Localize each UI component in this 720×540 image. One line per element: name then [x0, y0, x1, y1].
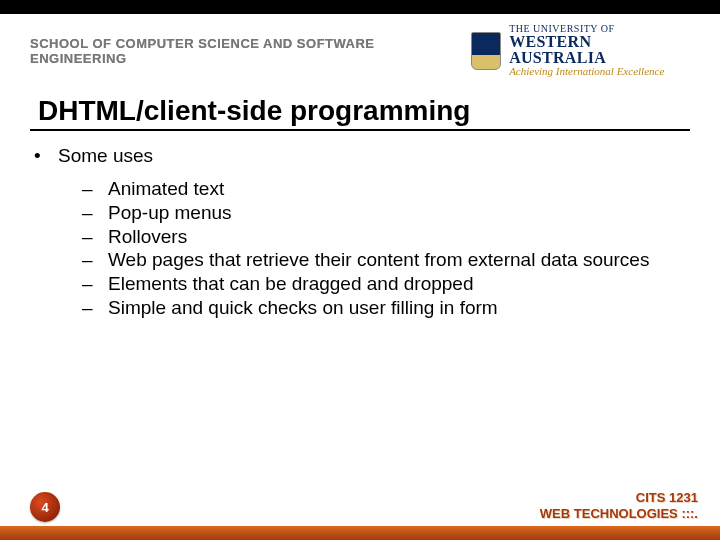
school-name: SCHOOL OF COMPUTER SCIENCE AND SOFTWARE … [30, 36, 471, 66]
top-accent-bar [0, 0, 720, 14]
title-container: DHTML/client-side programming [30, 95, 690, 131]
university-logo: THE UNIVERSITY OF WESTERN AUSTRALIA Achi… [471, 24, 690, 77]
slide-title: DHTML/client-side programming [38, 95, 690, 127]
sub-item-text: Animated text [108, 177, 224, 201]
dash-icon: – [82, 177, 96, 201]
list-item: – Simple and quick checks on user fillin… [82, 296, 670, 320]
university-text: THE UNIVERSITY OF WESTERN AUSTRALIA Achi… [509, 24, 690, 77]
uni-line2: WESTERN AUSTRALIA [509, 34, 690, 66]
sub-item-text: Elements that can be dragged and dropped [108, 272, 474, 296]
slide-number-badge: 4 [30, 492, 60, 522]
list-item: – Pop-up menus [82, 201, 670, 225]
dash-icon: – [82, 248, 96, 272]
list-item: – Rollovers [82, 225, 670, 249]
list-item: – Animated text [82, 177, 670, 201]
sub-item-text: Pop-up menus [108, 201, 232, 225]
course-info: CITS 1231 WEB TECHNOLOGIES :::. [540, 490, 698, 523]
bullet-icon: • [34, 145, 48, 167]
sub-list: – Animated text – Pop-up menus – Rollove… [82, 177, 670, 320]
footer: 4 CITS 1231 WEB TECHNOLOGIES :::. [0, 490, 720, 523]
list-item: – Web pages that retrieve their content … [82, 248, 670, 272]
bottom-accent-bar [0, 526, 720, 540]
course-title: WEB TECHNOLOGIES :::. [540, 506, 698, 522]
crest-icon [471, 32, 501, 70]
list-item: – Elements that can be dragged and dropp… [82, 272, 670, 296]
sub-item-text: Simple and quick checks on user filling … [108, 296, 498, 320]
dash-icon: – [82, 272, 96, 296]
sub-item-text: Rollovers [108, 225, 187, 249]
dash-icon: – [82, 225, 96, 249]
dash-icon: – [82, 296, 96, 320]
content-area: • Some uses – Animated text – Pop-up men… [0, 131, 720, 320]
main-bullet-text: Some uses [58, 145, 153, 167]
main-bullet: • Some uses [34, 145, 670, 167]
dash-icon: – [82, 201, 96, 225]
course-code: CITS 1231 [540, 490, 698, 506]
header: SCHOOL OF COMPUTER SCIENCE AND SOFTWARE … [0, 14, 720, 77]
uni-tagline: Achieving International Excellence [509, 66, 690, 77]
sub-item-text: Web pages that retrieve their content fr… [108, 248, 649, 272]
